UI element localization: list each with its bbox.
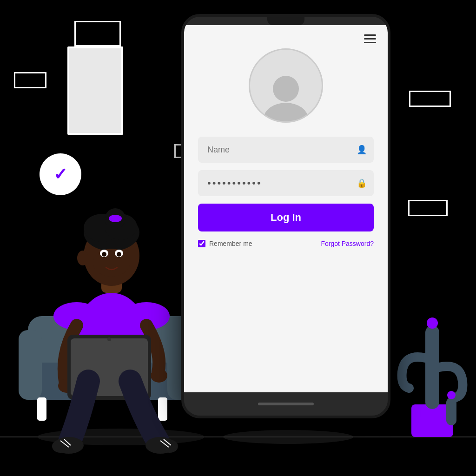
phone-device: 👤 🔒 Log In Remember me Forgot Password? (181, 14, 390, 418)
svg-point-31 (52, 440, 69, 453)
svg-point-18 (77, 251, 88, 265)
svg-point-12 (84, 214, 139, 251)
svg-rect-4 (28, 363, 200, 400)
svg-point-22 (117, 252, 121, 257)
svg-line-36 (160, 441, 169, 447)
svg-rect-38 (411, 404, 453, 437)
svg-point-30 (54, 437, 84, 454)
picture-frame (67, 46, 123, 135)
remember-row: Remember me Forgot Password? (198, 240, 374, 247)
svg-point-25 (58, 379, 75, 393)
forgot-password-link[interactable]: Forgot Password? (321, 240, 374, 247)
svg-rect-8 (158, 397, 167, 421)
svg-rect-28 (71, 338, 148, 396)
svg-point-34 (145, 437, 175, 454)
svg-point-13 (84, 214, 121, 242)
phone-bottom-bar (184, 392, 388, 416)
phone-screen: 👤 🔒 Log In Remember me Forgot Password? (184, 25, 388, 392)
hamburger-menu[interactable] (364, 34, 376, 43)
svg-rect-10 (101, 270, 122, 293)
svg-point-14 (105, 214, 137, 240)
phone-notch (267, 17, 304, 25)
svg-rect-41 (446, 397, 456, 425)
name-input-wrapper: 👤 (198, 137, 374, 163)
svg-rect-7 (37, 397, 46, 421)
svg-point-29 (107, 337, 111, 341)
svg-point-16 (109, 215, 122, 222)
svg-point-17 (93, 249, 130, 277)
svg-point-20 (115, 250, 123, 257)
svg-point-26 (151, 369, 167, 383)
hamburger-line-1 (364, 34, 376, 36)
hamburger-line-2 (364, 38, 376, 40)
check-mark-icon: ✓ (53, 165, 67, 184)
svg-point-2 (223, 430, 353, 444)
svg-point-24 (123, 302, 170, 330)
check-circle: ✓ (40, 153, 81, 195)
svg-line-33 (64, 439, 71, 445)
name-input[interactable] (198, 137, 374, 163)
remember-me-checkbox[interactable] (198, 240, 205, 247)
deco-rect-4 (409, 91, 451, 107)
hamburger-line-3 (364, 42, 376, 43)
svg-rect-27 (67, 335, 151, 400)
svg-point-1 (37, 429, 205, 445)
phone-home-indicator (258, 403, 314, 405)
deco-rect-3 (14, 72, 46, 88)
remember-me-container: Remember me (198, 240, 252, 247)
svg-point-9 (77, 293, 146, 377)
svg-point-19 (100, 250, 108, 257)
svg-rect-39 (425, 325, 439, 409)
remember-me-label: Remember me (209, 240, 252, 247)
svg-point-15 (105, 208, 126, 229)
user-icon: 👤 (357, 145, 367, 155)
password-input[interactable] (198, 170, 374, 196)
svg-point-44 (264, 103, 308, 121)
picture-inner (69, 48, 121, 133)
svg-line-37 (164, 439, 171, 445)
svg-point-40 (427, 317, 438, 329)
svg-point-35 (161, 440, 178, 453)
svg-point-43 (273, 76, 299, 102)
deco-rect-1 (74, 21, 121, 46)
svg-point-21 (102, 252, 106, 257)
svg-rect-5 (19, 330, 42, 400)
avatar-icon (258, 75, 314, 121)
password-input-wrapper: 🔒 (198, 170, 374, 196)
lock-icon: 🔒 (357, 178, 367, 188)
svg-point-42 (447, 391, 456, 399)
login-button[interactable]: Log In (198, 204, 374, 231)
svg-point-11 (84, 225, 139, 286)
svg-rect-3 (28, 316, 200, 390)
svg-line-32 (60, 441, 69, 447)
svg-point-23 (53, 302, 100, 330)
deco-rect-6 (408, 200, 448, 216)
avatar-circle (249, 48, 323, 123)
